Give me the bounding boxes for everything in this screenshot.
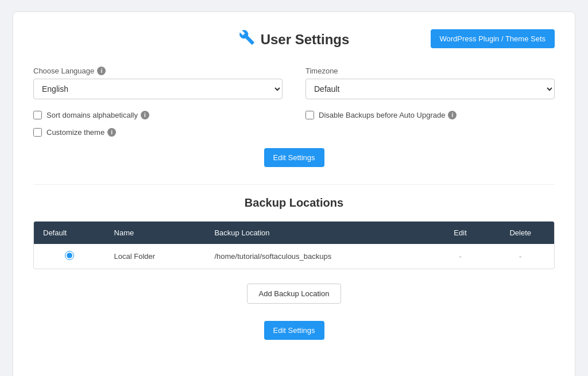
placeholder-col	[305, 128, 555, 137]
top-right-area: WordPress Plugin / Theme Sets	[431, 29, 555, 48]
customize-theme-group: Customize theme i	[33, 128, 283, 137]
page-container: WordPress Plugin / Theme Sets User Setti…	[13, 11, 575, 376]
page-title: User Settings	[239, 29, 350, 49]
sort-domains-group: Sort domains alphabetically i	[33, 111, 283, 119]
page-title-text: User Settings	[261, 32, 350, 48]
add-backup-location-button[interactable]: Add Backup Location	[247, 284, 342, 304]
wrench-icon	[239, 29, 255, 49]
customize-theme-label: Customize theme i	[47, 128, 116, 137]
backup-locations-section: Backup Locations Default Name Backup Loc…	[33, 196, 555, 340]
timezone-label: Timezone	[305, 67, 555, 75]
col-header-delete: Delete	[486, 222, 554, 244]
checkbox-row-2: Customize theme i	[33, 128, 555, 137]
edit-settings-button-top[interactable]: Edit Settings	[264, 148, 324, 167]
table-header-row: Default Name Backup Location Edit Delete	[34, 222, 554, 244]
col-header-default: Default	[34, 222, 105, 244]
default-radio[interactable]	[65, 251, 74, 260]
timezone-group: Timezone Default UTC America/New_York Am…	[305, 67, 555, 99]
add-backup-btn-area: Add Backup Location	[33, 284, 555, 304]
edit-settings-btn-area-1: Edit Settings	[33, 148, 555, 167]
sort-domains-info-icon[interactable]: i	[141, 111, 149, 119]
edit-cell: -	[434, 244, 487, 269]
default-cell	[34, 244, 105, 269]
delete-cell: -	[486, 244, 554, 269]
language-group: Choose Language i English Spanish French…	[33, 67, 283, 99]
backup-locations-title: Backup Locations	[33, 196, 555, 210]
col-header-edit: Edit	[434, 222, 487, 244]
name-cell: Local Folder	[105, 244, 206, 269]
sort-domains-label: Sort domains alphabetically i	[47, 111, 149, 119]
language-label: Choose Language i	[33, 67, 283, 75]
timezone-select[interactable]: Default UTC America/New_York America/Chi…	[305, 79, 555, 99]
disable-backups-info-icon[interactable]: i	[448, 111, 457, 119]
language-info-icon[interactable]: i	[97, 67, 106, 75]
col-header-name: Name	[105, 222, 206, 244]
customize-theme-info-icon[interactable]: i	[107, 128, 116, 137]
edit-settings-button-bottom[interactable]: Edit Settings	[264, 321, 324, 340]
table-row: Local Folder /home/tutorial/softaculous_…	[34, 244, 554, 269]
disable-backups-label: Disable Backups before Auto Upgrade i	[319, 111, 457, 119]
checkbox-row-1: Sort domains alphabetically i Disable Ba…	[33, 111, 555, 119]
backup-table: Default Name Backup Location Edit Delete…	[34, 222, 554, 269]
customize-theme-checkbox[interactable]	[33, 128, 42, 137]
disable-backups-checkbox[interactable]	[305, 111, 314, 119]
divider	[33, 184, 555, 185]
plugin-theme-sets-button[interactable]: WordPress Plugin / Theme Sets	[431, 29, 555, 48]
col-header-location: Backup Location	[205, 222, 434, 244]
backup-table-body: Local Folder /home/tutorial/softaculous_…	[34, 244, 554, 269]
sort-domains-checkbox[interactable]	[33, 111, 42, 119]
backup-table-container: Default Name Backup Location Edit Delete…	[33, 221, 555, 269]
disable-backups-group: Disable Backups before Auto Upgrade i	[305, 111, 555, 119]
language-timezone-row: Choose Language i English Spanish French…	[33, 67, 555, 99]
backup-table-head: Default Name Backup Location Edit Delete	[34, 222, 554, 244]
language-select[interactable]: English Spanish French German Italian Po…	[33, 79, 283, 99]
location-cell: /home/tutorial/softaculous_backups	[205, 244, 434, 269]
edit-settings-btn-area-2: Edit Settings	[33, 321, 555, 340]
